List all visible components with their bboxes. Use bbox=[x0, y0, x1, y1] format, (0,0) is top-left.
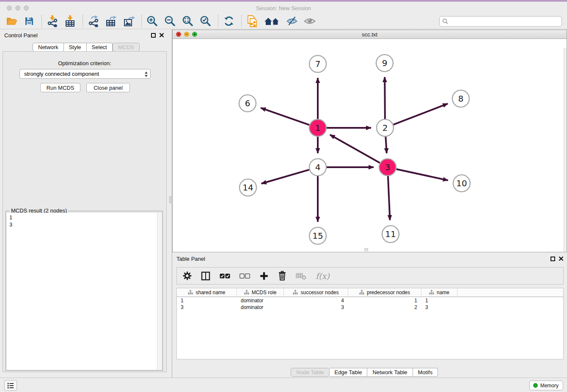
cell-name: 1 bbox=[421, 297, 457, 304]
graph-node-label-11: 11 bbox=[385, 229, 396, 239]
function-builder-icon[interactable]: f(x) bbox=[316, 271, 330, 281]
graph-edge-2-3[interactable] bbox=[385, 137, 387, 153]
zoom-in-button[interactable] bbox=[146, 15, 159, 28]
column-header-predecessor-nodes[interactable]: predecessor nodes bbox=[348, 288, 421, 296]
table-panel-title: Table Panel bbox=[176, 256, 205, 262]
cell-successor-nodes: 3 bbox=[284, 304, 348, 311]
column-layout-icon[interactable] bbox=[201, 271, 210, 281]
graph-edge-3-10[interactable] bbox=[396, 169, 448, 180]
tab-network[interactable]: Network bbox=[33, 43, 64, 52]
tab-style[interactable]: Style bbox=[64, 43, 87, 52]
export-table-button[interactable] bbox=[105, 15, 118, 28]
cell-successor-nodes: 4 bbox=[284, 297, 348, 304]
graph-edge-2-9[interactable] bbox=[385, 77, 385, 119]
table-settings-gear-icon[interactable] bbox=[183, 271, 192, 280]
column-header-name[interactable]: name bbox=[421, 288, 457, 296]
tab-edge-table[interactable]: Edge Table bbox=[330, 368, 368, 377]
table-toolbar: f(x) bbox=[176, 267, 564, 284]
table-row[interactable]: 1dominator411 bbox=[177, 297, 563, 304]
column-header-MCDS-role[interactable]: MCDS role bbox=[237, 288, 284, 296]
hierarchy-icon bbox=[359, 290, 364, 295]
delete-rows-trash-icon[interactable] bbox=[278, 271, 286, 281]
home-button[interactable] bbox=[264, 15, 281, 28]
tab-motifs[interactable]: Motifs bbox=[413, 368, 438, 377]
control-panel-title: Control Panel bbox=[4, 32, 38, 39]
graph-edge-3-1[interactable] bbox=[330, 135, 380, 163]
eye-icon bbox=[303, 16, 316, 27]
save-session-button[interactable] bbox=[23, 15, 36, 28]
task-history-button[interactable] bbox=[4, 380, 17, 391]
network-window-titlebar[interactable]: scc.txt bbox=[173, 30, 567, 39]
export-network-button[interactable] bbox=[87, 15, 100, 28]
zoom-fit-button[interactable] bbox=[182, 15, 194, 28]
import-network-icon bbox=[47, 15, 58, 27]
close-table-panel-icon[interactable] bbox=[559, 256, 564, 261]
hide-panels-button[interactable] bbox=[286, 15, 298, 28]
import-table-button[interactable] bbox=[64, 15, 77, 28]
hierarchy-icon bbox=[188, 290, 193, 295]
cell-MCDS-role: dominator bbox=[237, 297, 284, 304]
graph-edge-2-8[interactable] bbox=[394, 104, 448, 125]
tab-mcds[interactable]: MCDS bbox=[113, 43, 140, 52]
zoom-selected-icon bbox=[200, 15, 212, 27]
float-panel-icon[interactable] bbox=[151, 33, 156, 38]
select-stepper-icon bbox=[144, 71, 148, 77]
open-session-button[interactable] bbox=[5, 15, 18, 28]
column-header-successor-nodes[interactable]: successor nodes bbox=[284, 288, 348, 296]
toolbar-separator bbox=[141, 15, 142, 27]
tab-node-table[interactable]: Node Table bbox=[291, 368, 330, 377]
refresh-button[interactable] bbox=[223, 15, 235, 28]
graph-edge-1-6[interactable] bbox=[261, 108, 309, 125]
network-graph[interactable]: 7968124314101511 bbox=[173, 39, 564, 252]
table-header-row: shared nameMCDS rolesuccessor nodesprede… bbox=[177, 288, 563, 297]
delete-columns-icon[interactable] bbox=[296, 272, 306, 280]
tab-network-table[interactable]: Network Table bbox=[367, 368, 413, 377]
memory-button[interactable]: Memory bbox=[529, 381, 563, 390]
select-all-icon[interactable] bbox=[220, 273, 230, 279]
import-network-button[interactable] bbox=[46, 15, 59, 28]
search-box[interactable] bbox=[439, 16, 562, 27]
close-panel-icon[interactable] bbox=[159, 33, 164, 38]
network-horizontal-scroll-grip[interactable] bbox=[364, 248, 368, 251]
run-mcds-button[interactable]: Run MCDS bbox=[40, 83, 80, 92]
cell-shared-name: 3 bbox=[177, 304, 237, 311]
network-vertical-scrollbar[interactable] bbox=[564, 48, 567, 252]
result-scrollbar[interactable] bbox=[157, 213, 162, 370]
graph-edge-3-11[interactable] bbox=[388, 176, 390, 220]
network-from-file-button[interactable] bbox=[246, 15, 259, 28]
tab-select[interactable]: Select bbox=[87, 43, 113, 52]
network-window: scc.txt 7968124314101511 bbox=[172, 30, 567, 252]
float-table-panel-icon[interactable] bbox=[550, 257, 555, 261]
import-table-icon bbox=[64, 15, 76, 27]
zoom-selected-button[interactable] bbox=[199, 15, 212, 28]
memory-label: Memory bbox=[540, 383, 559, 389]
toolbar-separator bbox=[83, 15, 83, 27]
export-table-icon bbox=[105, 15, 117, 27]
add-row-icon[interactable] bbox=[259, 271, 269, 281]
export-network-icon bbox=[88, 15, 99, 27]
node-table[interactable]: shared nameMCDS rolesuccessor nodesprede… bbox=[176, 288, 564, 359]
control-panel-header: Control Panel bbox=[0, 30, 169, 41]
table-row[interactable]: 3dominator323 bbox=[177, 304, 563, 311]
export-image-button[interactable] bbox=[123, 15, 135, 28]
graph-edge-4-14[interactable] bbox=[261, 170, 309, 184]
main-toolbar bbox=[0, 14, 567, 29]
deselect-all-icon[interactable] bbox=[239, 273, 250, 279]
zoom-out-button[interactable] bbox=[164, 15, 176, 28]
graph-node-label-14: 14 bbox=[242, 182, 253, 193]
optimization-criterion-label: Optimization criterion: bbox=[3, 60, 166, 66]
toolbar-separator bbox=[218, 15, 218, 27]
network-canvas[interactable]: 7968124314101511 bbox=[173, 39, 567, 252]
panel-splitter[interactable] bbox=[169, 29, 172, 378]
criterion-select[interactable]: strongly connected component bbox=[19, 69, 151, 79]
search-input[interactable] bbox=[450, 17, 561, 26]
show-panels-button[interactable] bbox=[303, 15, 316, 28]
close-panel-button[interactable]: Close panel bbox=[86, 83, 130, 92]
save-floppy-icon bbox=[24, 16, 34, 26]
graph-node-label-3: 3 bbox=[385, 162, 391, 172]
column-header-shared-name[interactable]: shared name bbox=[177, 288, 237, 296]
hierarchy-icon bbox=[429, 290, 434, 295]
table-panel-header: Table Panel bbox=[172, 255, 567, 264]
splitter-grip[interactable] bbox=[169, 196, 172, 203]
mcds-result-area[interactable]: 1 3 bbox=[7, 213, 162, 370]
